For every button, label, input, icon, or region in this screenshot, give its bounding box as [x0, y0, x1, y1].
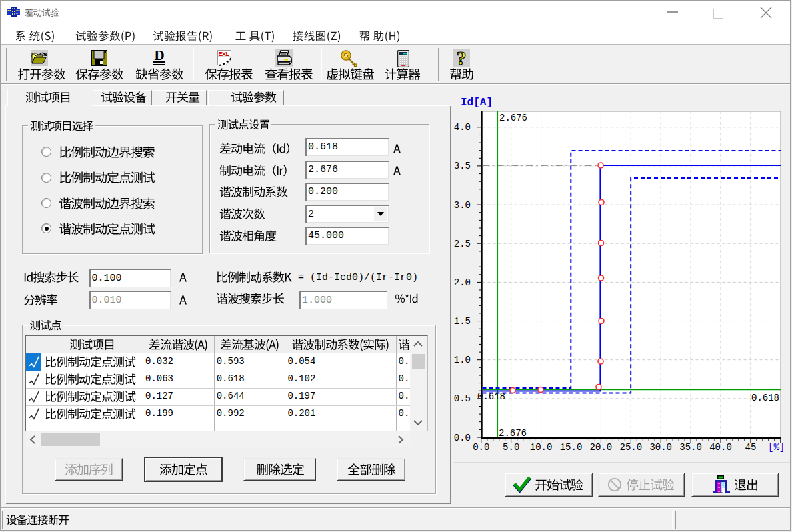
svg-text:35.0: 35.0 [679, 442, 702, 453]
svg-text:2.0: 2.0 [454, 277, 471, 288]
svg-text:40.0: 40.0 [709, 442, 732, 453]
svg-text:0.0: 0.0 [454, 433, 471, 443]
svg-text:30.0: 30.0 [649, 442, 672, 453]
svg-text:2.676: 2.676 [499, 113, 527, 123]
svg-text:2.676: 2.676 [499, 428, 527, 439]
svg-text:0.618: 0.618 [751, 393, 779, 403]
svg-text:0.0: 0.0 [473, 442, 489, 453]
svg-text:1.0: 1.0 [454, 355, 471, 365]
svg-text:25.0: 25.0 [619, 442, 642, 453]
svg-text:0.5: 0.5 [454, 393, 471, 404]
svg-text:45: 45 [745, 442, 756, 453]
svg-text:1.5: 1.5 [454, 316, 471, 327]
svg-text:0.618: 0.618 [477, 391, 505, 402]
svg-text:10.0: 10.0 [530, 442, 553, 453]
svg-text:Id[A]: Id[A] [461, 97, 493, 109]
svg-text:[%]: [%] [768, 442, 785, 453]
svg-text:15.0: 15.0 [560, 442, 583, 453]
svg-text:3.5: 3.5 [454, 161, 471, 171]
svg-text:2.5: 2.5 [454, 239, 471, 249]
svg-text:3.0: 3.0 [454, 200, 471, 211]
svg-text:20.0: 20.0 [590, 442, 613, 453]
svg-text:5.0: 5.0 [503, 442, 519, 453]
svg-text:4.0: 4.0 [454, 122, 471, 133]
